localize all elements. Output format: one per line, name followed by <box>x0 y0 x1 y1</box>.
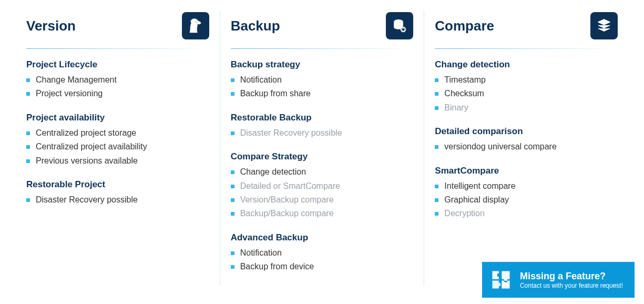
group-title: SmartCompare <box>435 166 618 176</box>
database-restore-icon <box>386 12 413 39</box>
group-title: Compare Strategy <box>231 151 414 162</box>
group-smartcompare: SmartCompare Intelligent compare Graphic… <box>435 166 618 221</box>
column-title: Backup <box>231 18 280 34</box>
divider <box>435 48 618 49</box>
group-title: Project availability <box>26 113 209 123</box>
group-change-detection: Change detection Timestamp Checksum Bina… <box>435 59 618 115</box>
cta-title: Missing a Feature? <box>520 270 623 282</box>
group-title: Backup strategy <box>231 59 414 70</box>
column-header: Backup <box>231 11 414 41</box>
column-version: Version Project Lifecycle Change Managem… <box>16 11 220 286</box>
group-project-availability: Project availability Centralized project… <box>26 113 209 168</box>
list-item: Notification <box>231 246 414 260</box>
group-detailed-comparison: Detailed comparison versiondog universal… <box>435 126 618 154</box>
divider <box>26 48 209 49</box>
column-title: Compare <box>435 18 494 34</box>
list-item: Checksum <box>435 87 618 100</box>
list-item: Change Management <box>26 73 209 87</box>
feature-columns: Version Project Lifecycle Change Managem… <box>0 0 644 286</box>
group-restorable-project: Restorable Project Disaster Recovery pos… <box>26 179 209 207</box>
group-title: Project Lifecycle <box>26 59 209 70</box>
list-item: Disaster Recovery possible <box>26 193 209 207</box>
layers-icon <box>590 12 618 39</box>
list-item: Graphical display <box>435 193 618 207</box>
list-item: Disaster Recovery possible <box>231 126 414 140</box>
group-backup-strategy: Backup strategy Notification Backup from… <box>231 59 414 101</box>
list-item: Detailed or SmartCompare <box>231 179 414 193</box>
group-restorable-backup: Restorable Backup Disaster Recovery poss… <box>231 113 414 140</box>
list-item: Notification <box>231 73 414 87</box>
list-item: Change detection <box>231 165 414 179</box>
list-item: Centralized project availability <box>26 140 209 154</box>
list-item: Centralized project storage <box>26 126 209 140</box>
group-advanced-backup: Advanced Backup Notification Backup from… <box>231 232 414 274</box>
list-item: Project versioning <box>26 87 209 100</box>
list-item: Backup from device <box>231 260 414 273</box>
missing-feature-banner[interactable]: Missing a Feature? Contact us with your … <box>482 262 635 298</box>
dog-icon <box>182 12 209 39</box>
divider <box>231 48 414 49</box>
list-item: Version/Backup compare <box>231 193 414 207</box>
group-title: Advanced Backup <box>231 232 414 243</box>
cta-subtitle: Contact us with your feature request! <box>520 282 623 289</box>
svg-point-0 <box>196 22 197 23</box>
group-title: Restorable Backup <box>231 113 414 123</box>
group-title: Change detection <box>435 59 618 70</box>
list-item: Backup/Backup compare <box>231 207 414 220</box>
column-title: Version <box>26 18 76 34</box>
group-title: Restorable Project <box>26 179 209 190</box>
group-project-lifecycle: Project Lifecycle Change Management Proj… <box>26 59 209 101</box>
list-item: Timestamp <box>435 73 618 87</box>
group-title: Detailed comparison <box>435 126 618 137</box>
list-item: Intelligent compare <box>435 179 618 193</box>
list-item: Backup from share <box>231 87 414 100</box>
list-item: Binary <box>435 101 618 115</box>
list-item: Decryption <box>435 207 618 220</box>
column-header: Compare <box>435 11 618 41</box>
column-header: Version <box>26 11 209 41</box>
cta-text: Missing a Feature? Contact us with your … <box>520 270 623 290</box>
column-compare: Compare Change detection Timestamp Check… <box>424 11 628 286</box>
group-compare-strategy: Compare Strategy Change detection Detail… <box>231 151 414 221</box>
list-item: Previous versions available <box>26 154 209 168</box>
puzzle-icon <box>489 268 513 291</box>
list-item: versiondog universal compare <box>435 140 618 154</box>
column-backup: Backup Backup strategy Notification Back… <box>220 11 425 286</box>
